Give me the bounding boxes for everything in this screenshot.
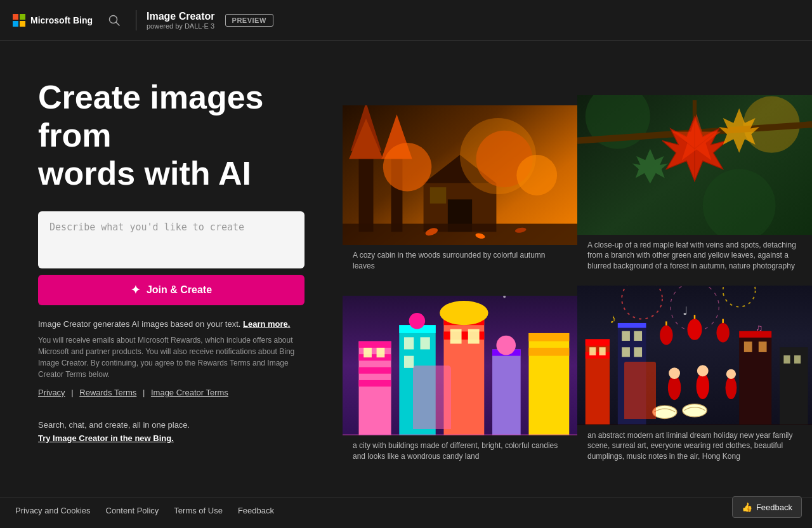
learn-more-text: Image Creator generates AI images based … bbox=[38, 318, 304, 331]
svg-point-85 bbox=[697, 373, 709, 399]
svg-rect-97 bbox=[794, 355, 801, 364]
hero-title-line2: words with AI bbox=[38, 155, 251, 192]
svg-point-87 bbox=[725, 376, 737, 399]
feedback-button-label: Feedback bbox=[756, 503, 792, 512]
svg-point-83 bbox=[668, 376, 681, 400]
svg-rect-76 bbox=[634, 347, 642, 357]
hero-title: Create images from words with AI bbox=[38, 79, 304, 192]
svg-point-13 bbox=[476, 131, 533, 187]
logo-sq1 bbox=[13, 14, 18, 20]
footer-terms-link[interactable]: Terms of Use bbox=[174, 506, 223, 515]
caption-2: a city with buildings made of different,… bbox=[343, 435, 577, 472]
footer: Privacy and Cookies Content Policy Terms… bbox=[0, 498, 812, 523]
terms-links: Privacy | Rewards Terms | Image Creator … bbox=[38, 388, 304, 397]
hero-title-line1: Create images from bbox=[38, 79, 264, 154]
right-panel: A cozy cabin in the woods surrounded by … bbox=[343, 41, 812, 498]
logo-sq3 bbox=[13, 21, 18, 27]
svg-rect-56 bbox=[528, 333, 569, 341]
wand-icon: ✦ bbox=[131, 283, 140, 297]
svg-text:♪: ♪ bbox=[610, 312, 616, 326]
svg-rect-37 bbox=[359, 380, 391, 386]
svg-point-12 bbox=[383, 143, 432, 192]
svg-point-86 bbox=[697, 365, 709, 376]
caption-0: A cozy cabin in the woods surrounded by … bbox=[343, 245, 577, 282]
image-3: ♪ ♫ ♩ bbox=[577, 286, 812, 425]
footer-links: Privacy and Cookies Content Policy Terms… bbox=[15, 506, 797, 515]
svg-rect-52 bbox=[492, 350, 521, 436]
svg-rect-43 bbox=[404, 338, 414, 350]
svg-point-79 bbox=[688, 319, 702, 340]
prompt-input[interactable] bbox=[38, 211, 304, 268]
svg-rect-72 bbox=[618, 323, 646, 328]
logo-sq4 bbox=[20, 21, 25, 27]
bing-logo[interactable]: Microsoft Bing bbox=[13, 14, 93, 27]
image-card-1: A close-up of a red maple leaf with vein… bbox=[577, 91, 812, 282]
learn-more-link[interactable]: Learn more. bbox=[243, 319, 290, 329]
image-1 bbox=[577, 95, 812, 235]
svg-rect-50 bbox=[450, 329, 462, 344]
footer-feedback-link[interactable]: Feedback bbox=[238, 506, 274, 515]
footer-content-policy-link[interactable]: Content Policy bbox=[106, 506, 159, 515]
svg-point-84 bbox=[669, 367, 680, 379]
footer-privacy-link[interactable]: Privacy and Cookies bbox=[15, 506, 91, 515]
join-create-button[interactable]: ✦ Join & Create bbox=[38, 275, 304, 305]
dalle-subtitle: powered by DALL·E 3 bbox=[147, 22, 215, 30]
svg-line-1 bbox=[116, 22, 119, 25]
join-create-label: Join & Create bbox=[147, 284, 212, 296]
learn-more-prefix: Image Creator generates AI images based … bbox=[38, 319, 240, 329]
image-card-3: ♪ ♫ ♩ bbox=[577, 282, 812, 472]
svg-rect-35 bbox=[359, 355, 391, 361]
svg-rect-94 bbox=[759, 341, 767, 352]
svg-point-54 bbox=[496, 336, 516, 355]
sep2: | bbox=[143, 388, 145, 397]
svg-rect-15 bbox=[343, 224, 577, 245]
svg-rect-38 bbox=[363, 348, 372, 357]
svg-rect-68 bbox=[586, 352, 610, 359]
svg-point-88 bbox=[726, 369, 736, 378]
image-creator-terms-link[interactable]: Image Creator Terms bbox=[151, 388, 228, 397]
promo-line1: Search, chat, and create, all in one pla… bbox=[38, 420, 304, 430]
image-2 bbox=[343, 296, 577, 435]
svg-rect-45 bbox=[404, 356, 414, 368]
svg-rect-57 bbox=[528, 348, 569, 356]
svg-point-89 bbox=[653, 406, 677, 418]
svg-rect-44 bbox=[420, 338, 429, 350]
bing-logo-icon bbox=[13, 14, 25, 27]
svg-point-81 bbox=[716, 323, 729, 343]
svg-rect-67 bbox=[586, 339, 610, 345]
svg-rect-69 bbox=[589, 347, 596, 355]
sep1: | bbox=[71, 388, 73, 397]
svg-point-14 bbox=[516, 155, 557, 196]
svg-rect-92 bbox=[739, 331, 771, 337]
feedback-button-fixed[interactable]: 👍 Feedback bbox=[732, 496, 802, 518]
svg-point-77 bbox=[660, 325, 672, 345]
header-divider bbox=[136, 10, 136, 30]
try-bing-link[interactable]: Try Image Creator in the new Bing. bbox=[38, 433, 174, 443]
svg-rect-93 bbox=[744, 341, 752, 352]
svg-text:♩: ♩ bbox=[683, 305, 688, 317]
image-creator-title: Image Creator bbox=[147, 10, 215, 22]
thumbs-up-icon: 👍 bbox=[742, 502, 752, 512]
image-card-2: a city with buildings made of different,… bbox=[343, 282, 577, 472]
svg-rect-75 bbox=[622, 347, 630, 357]
svg-rect-91 bbox=[739, 331, 771, 425]
svg-rect-96 bbox=[783, 355, 790, 364]
logo-sq2 bbox=[20, 14, 25, 20]
image-card-0: A cozy cabin in the woods surrounded by … bbox=[343, 91, 577, 282]
svg-rect-34 bbox=[359, 341, 391, 348]
search-icon[interactable] bbox=[103, 9, 126, 32]
promo-line2: Try Image Creator in the new Bing. bbox=[38, 432, 304, 444]
svg-rect-74 bbox=[634, 331, 642, 340]
svg-rect-58 bbox=[343, 435, 577, 436]
svg-point-42 bbox=[409, 313, 426, 329]
bing-promo: Search, chat, and create, all in one pla… bbox=[38, 420, 304, 444]
caption-1: A close-up of a red maple leaf with vein… bbox=[577, 235, 812, 282]
svg-rect-66 bbox=[586, 339, 610, 425]
svg-rect-36 bbox=[359, 367, 391, 374]
rewards-terms-link[interactable]: Rewards Terms bbox=[79, 388, 136, 397]
image-0 bbox=[343, 105, 577, 245]
privacy-link[interactable]: Privacy bbox=[38, 388, 65, 397]
left-panel: Create images from words with AI ✦ Join … bbox=[0, 41, 343, 498]
preview-badge[interactable]: PREVIEW bbox=[225, 14, 273, 27]
svg-rect-98 bbox=[577, 424, 812, 425]
